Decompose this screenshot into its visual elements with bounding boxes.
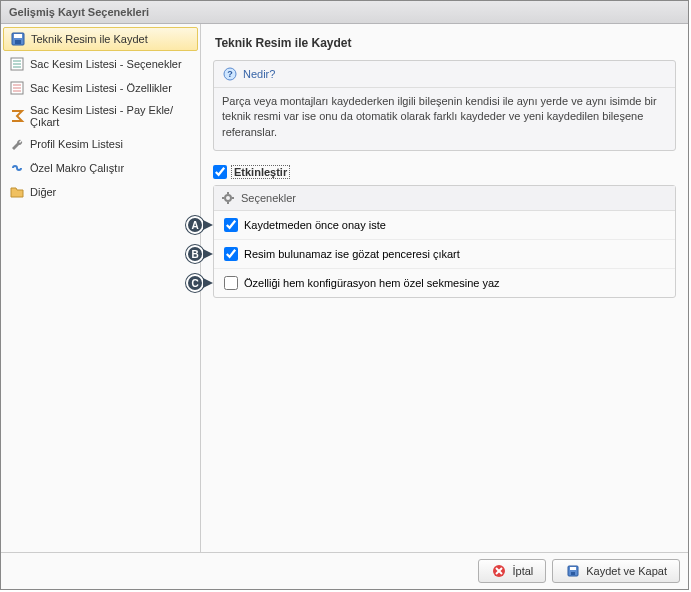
enable-checkbox[interactable] [213, 165, 227, 179]
sidebar-item-custom-macro[interactable]: Özel Makro Çalıştır [1, 156, 200, 180]
sidebar-item-cutlist-properties[interactable]: Sac Kesim Listesi - Özellikler [1, 76, 200, 100]
folder-icon [9, 184, 25, 200]
sidebar-item-label: Sac Kesim Listesi - Seçenekler [30, 58, 182, 70]
option-row-confirm-before-save[interactable]: A Kaydetmeden önce onay iste [214, 211, 675, 239]
save-close-button[interactable]: Kaydet ve Kapat [552, 559, 680, 583]
infinity-icon [9, 160, 25, 176]
dialog-window: Gelişmiş Kayıt Seçenekleri Teknik Resim … [0, 0, 689, 590]
sidebar-item-label: Özel Makro Çalıştır [30, 162, 124, 174]
save-label: Kaydet ve Kapat [586, 565, 667, 577]
help-icon: ? [222, 66, 238, 82]
help-header: ? Nedir? [214, 61, 675, 88]
main-heading: Teknik Resim ile Kaydet [213, 32, 676, 60]
list-options-icon [9, 56, 25, 72]
save-icon [565, 563, 581, 579]
dialog-body: Teknik Resim ile Kaydet Sac Kesim Listes… [1, 24, 688, 552]
options-box: Seçenekler A Kaydetmeden önce onay iste … [213, 185, 676, 298]
svg-rect-22 [570, 567, 576, 570]
gear-icon [220, 190, 236, 206]
main-panel: Teknik Resim ile Kaydet ? Nedir? Parça v… [201, 24, 688, 552]
option-checkbox-c[interactable] [224, 276, 238, 290]
help-body-text: Parça veya montajları kaydederken ilgili… [214, 88, 675, 150]
sidebar-item-cutlist-options[interactable]: Sac Kesim Listesi - Seçenekler [1, 52, 200, 76]
callout-a: A [186, 216, 213, 234]
save-drawing-icon [10, 31, 26, 47]
callout-label: A [186, 216, 204, 234]
callout-label: C [186, 274, 204, 292]
option-row-write-both-tabs[interactable]: C Özelliği hem konfigürasyon hem özel se… [214, 268, 675, 297]
enable-row[interactable]: Etkinleştir [213, 165, 676, 179]
callout-label: B [186, 245, 204, 263]
svg-point-13 [225, 195, 231, 201]
svg-text:?: ? [227, 69, 233, 79]
option-checkbox-b[interactable] [224, 247, 238, 261]
svg-rect-2 [15, 40, 21, 44]
window-title: Gelişmiş Kayıt Seçenekleri [1, 1, 688, 24]
callout-b: B [186, 245, 213, 263]
sidebar-item-label: Teknik Resim ile Kaydet [31, 33, 148, 45]
sidebar-item-other[interactable]: Diğer [1, 180, 200, 204]
wrench-icon [9, 136, 25, 152]
sidebar-item-save-with-drawing[interactable]: Teknik Resim ile Kaydet [3, 27, 198, 51]
sidebar: Teknik Resim ile Kaydet Sac Kesim Listes… [1, 24, 201, 552]
enable-label: Etkinleştir [231, 165, 290, 179]
cancel-label: İptal [512, 565, 533, 577]
sidebar-item-profile-cutlist[interactable]: Profil Kesim Listesi [1, 132, 200, 156]
list-properties-icon [9, 80, 25, 96]
svg-rect-23 [571, 572, 575, 575]
option-label: Özelliği hem konfigürasyon hem özel sekm… [244, 277, 500, 289]
sidebar-item-label: Diğer [30, 186, 56, 198]
option-label: Resim bulunamaz ise gözat penceresi çıka… [244, 248, 460, 260]
help-box: ? Nedir? Parça veya montajları kaydederk… [213, 60, 676, 151]
option-row-browse-if-missing[interactable]: B Resim bulunamaz ise gözat penceresi çı… [214, 239, 675, 268]
sidebar-item-label: Sac Kesim Listesi - Özellikler [30, 82, 172, 94]
sidebar-item-label: Profil Kesim Listesi [30, 138, 123, 150]
option-label: Kaydetmeden önce onay iste [244, 219, 386, 231]
callout-c: C [186, 274, 213, 292]
sidebar-item-label: Sac Kesim Listesi - Pay Ekle/Çıkart [30, 104, 194, 128]
cancel-icon [491, 563, 507, 579]
help-title: Nedir? [243, 68, 275, 80]
sidebar-item-cutlist-allowance[interactable]: Sac Kesim Listesi - Pay Ekle/Çıkart [1, 100, 200, 132]
svg-rect-1 [14, 34, 22, 38]
dialog-footer: İptal Kaydet ve Kapat [1, 552, 688, 589]
cancel-button[interactable]: İptal [478, 559, 546, 583]
sigma-icon [9, 108, 25, 124]
options-title: Seçenekler [241, 192, 296, 204]
options-header: Seçenekler [214, 186, 675, 211]
option-checkbox-a[interactable] [224, 218, 238, 232]
